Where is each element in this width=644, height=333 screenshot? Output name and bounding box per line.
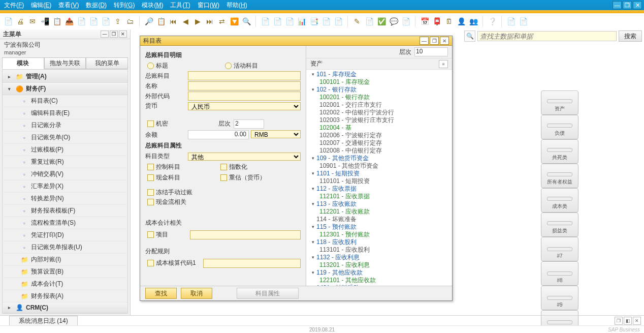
toolbar-icon-10[interactable]: 🗂 (125, 16, 135, 26)
toolbar-icon-15[interactable]: ◀ (180, 16, 190, 26)
module-tab-2[interactable]: 我的菜单 (86, 57, 128, 69)
search-input[interactable] (477, 31, 617, 41)
tree-options-button[interactable]: ≡ (439, 60, 448, 68)
tree-node-0[interactable]: ▾101 - 库存现金 (308, 71, 450, 78)
toolbar-icon-37[interactable]: 📮 (432, 16, 442, 26)
drawer-0[interactable]: 资产 (541, 90, 578, 115)
tree-node-12[interactable]: 10901 - 其他货币资金 (308, 162, 450, 170)
window-restore-button[interactable]: ❐ (623, 1, 632, 9)
tree-node-10[interactable]: 102008 - 中信银行定存 (308, 147, 450, 155)
nav-item-18[interactable]: 📁财务报表(A) (3, 290, 127, 302)
tree-node-11[interactable]: ▾109 - 其他货币资金 (308, 155, 450, 162)
tree-node-20[interactable]: ▾115 - 预付账款 (308, 223, 450, 231)
sidebar-close-button[interactable]: ✕ (119, 31, 127, 38)
tree-node-15[interactable]: ▾112 - 应收票据 (308, 185, 450, 193)
tree-node-24[interactable]: ▾1132 - 应收利息 (308, 254, 450, 261)
radio-title[interactable]: 标题 (147, 62, 223, 70)
toolbar-icon-5[interactable]: 📤 (64, 16, 74, 26)
toolbar-icon-28[interactable]: 📄 (333, 16, 343, 26)
tree-node-8[interactable]: 102006 - 宁波银行定存 (308, 132, 450, 139)
menu-T[interactable]: 工具(T) (168, 1, 192, 10)
account-tree[interactable]: ▾101 - 库存现金100101 - 库存现金▾102 - 银行存款10020… (306, 70, 452, 286)
toolbar-icon-16[interactable]: ▶ (192, 16, 203, 26)
toolbar-icon-8[interactable]: 📄 (101, 16, 111, 26)
system-log-tab[interactable]: 系统消息日志 (14) (9, 316, 78, 326)
menu-H[interactable]: 帮助(H) (224, 1, 249, 10)
toolbar-icon-12[interactable]: 🔎 (144, 16, 154, 26)
menu-D[interactable]: 数据(D) (84, 1, 109, 10)
input-project[interactable] (190, 230, 301, 239)
toolbar-icon-18[interactable]: ⇄ (217, 16, 227, 26)
menu-F[interactable]: 文件(F) (2, 1, 26, 10)
tree-node-2[interactable]: ▾102 - 银行存款 (308, 86, 450, 94)
account-properties-button[interactable]: 科目属性 (237, 288, 299, 299)
coa-min-button[interactable]: — (420, 37, 429, 45)
tree-node-21[interactable]: 112301 - 预付账款 (308, 231, 450, 238)
input-name[interactable] (188, 81, 301, 90)
cb-cost-dim[interactable]: 成本核算代码1 (147, 259, 203, 267)
toolbar-icon-23[interactable]: 📄 (272, 16, 282, 26)
tree-node-5[interactable]: 102002 - 中信银行宁波分行 (308, 109, 450, 116)
menu-M[interactable]: 模块(M) (140, 1, 165, 10)
toolbar-icon-1[interactable]: 🖨 (15, 16, 25, 26)
toolbar-icon-17[interactable]: ⏭ (205, 16, 215, 26)
toolbar-icon-32[interactable]: ✅ (376, 16, 387, 26)
tree-node-22[interactable]: ▾118 - 应收股利 (308, 238, 450, 246)
input-tree-level[interactable]: 10 (414, 47, 448, 56)
module-tab-0[interactable]: 模块 (2, 57, 44, 69)
tree-node-7[interactable]: 102004 - 基 (308, 124, 450, 132)
nav-item-10[interactable]: ▫转换差异(N) (3, 193, 127, 205)
cb-project[interactable]: 项目 (147, 230, 190, 239)
nav-item-3[interactable]: ▫编辑科目表(E) (3, 107, 127, 119)
input-gl-account[interactable] (188, 71, 301, 80)
nav-item-19[interactable]: ▸👤CRM(C) (3, 302, 127, 313)
search-button[interactable]: 搜索 (619, 31, 642, 42)
cb-reval[interactable]: 重估（货币） (220, 173, 292, 182)
status-ctrl-3[interactable]: ✕ (633, 317, 641, 325)
window-close-button[interactable]: ✕ (633, 1, 642, 9)
toolbar-icon-0[interactable]: 📄 (3, 16, 13, 26)
tree-node-26[interactable]: ▾119 - 其他应收款 (308, 269, 450, 277)
menu-G[interactable]: 转到(G) (112, 1, 137, 10)
toolbar-icon-2[interactable]: ✉ (27, 16, 38, 26)
search-icon[interactable]: 🔍 (464, 31, 475, 42)
toolbar-icon-14[interactable]: ⏮ (168, 16, 178, 26)
drawer-4[interactable]: 成本类 (541, 188, 578, 213)
toolbar-icon-4[interactable]: 📋 (52, 16, 62, 26)
toolbar-icon-34[interactable]: 📄 (401, 16, 411, 26)
nav-item-2[interactable]: ▫科目表(C) (3, 95, 127, 107)
toolbar-icon-20[interactable]: 🔍 (241, 16, 251, 26)
input-balance[interactable]: 0.00 (188, 130, 249, 139)
input-level[interactable]: 2 (234, 119, 264, 129)
tree-node-13[interactable]: ▾1101 - 短期投资 (308, 170, 450, 177)
menu-E[interactable]: 编辑(E) (29, 1, 53, 10)
status-ctrl-2[interactable]: ◧ (624, 317, 632, 325)
tree-node-23[interactable]: 113101 - 应收股利 (308, 246, 450, 254)
menu-W[interactable]: 窗口(W) (196, 1, 221, 10)
toolbar-icon-19[interactable]: 🔽 (229, 16, 239, 26)
drawer-1[interactable]: 负债 (541, 115, 578, 139)
drawer-8[interactable]: #9 (541, 286, 578, 310)
toolbar-icon-3[interactable]: 📲 (40, 16, 50, 26)
toolbar-icon-33[interactable]: 💬 (389, 16, 399, 26)
toolbar-icon-39[interactable]: 👤 (456, 16, 466, 26)
nav-item-16[interactable]: 📁预算设置(B) (3, 266, 127, 278)
toolbar-icon-38[interactable]: 🗓 (444, 16, 454, 26)
toolbar-icon-9[interactable]: ⇪ (113, 16, 123, 26)
nav-item-11[interactable]: ▫财务报表模板(F) (3, 205, 127, 217)
nav-item-5[interactable]: ▫日记账凭单(O) (3, 132, 127, 144)
toolbar-icon-26[interactable]: 📑 (309, 16, 319, 26)
toolbar-icon-7[interactable]: 📄 (88, 16, 99, 26)
nav-item-7[interactable]: ▫重复过账(R) (3, 156, 127, 168)
drawer-7[interactable]: #8 (541, 261, 578, 286)
toolbar-icon-24[interactable]: 📄 (284, 16, 295, 26)
tree-node-6[interactable]: 102003 - 宁波银行庄市支行 (308, 116, 450, 124)
nav-item-13[interactable]: ▫凭证打印(D) (3, 229, 127, 241)
nav-item-12[interactable]: ▫流程检查清单(S) (3, 217, 127, 229)
nav-item-15[interactable]: 📁内部对账(I) (3, 254, 127, 266)
radio-active-account[interactable]: 活动科目 (225, 62, 301, 70)
toolbar-icon-44[interactable]: 📄 (506, 16, 516, 26)
toolbar-icon-27[interactable]: 📄 (321, 16, 331, 26)
toolbar-icon-22[interactable]: 📄 (260, 16, 270, 26)
tree-node-9[interactable]: 102007 - 交通银行定存 (308, 139, 450, 147)
